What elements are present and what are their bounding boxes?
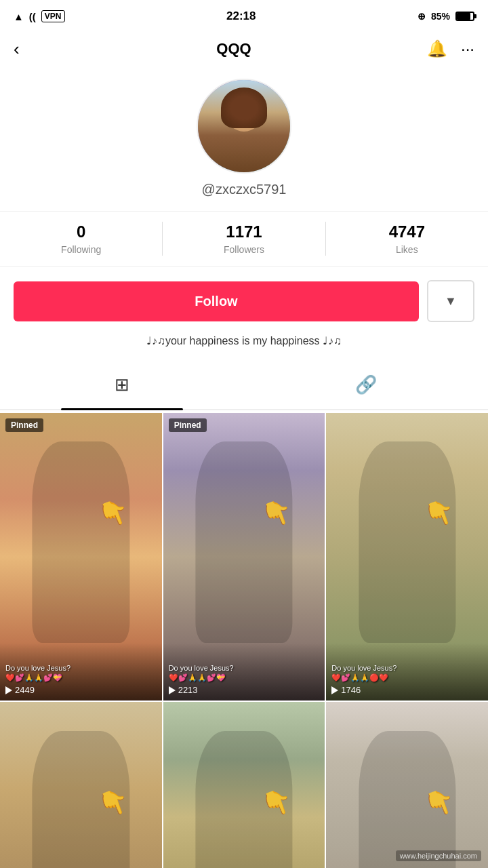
- likes-stat[interactable]: 4747 Likes: [326, 212, 488, 266]
- battery-percent: 85%: [431, 11, 450, 22]
- followers-count: 1171: [226, 222, 262, 241]
- video-caption: Do you love Jesus? ❤️💕🙏🙏💕💝: [169, 663, 320, 683]
- tab-videos[interactable]: ⊞: [0, 368, 244, 402]
- video-play-count: 2449: [5, 685, 157, 695]
- play-count-number: 2449: [15, 685, 35, 695]
- video-play-count: 1746: [331, 685, 483, 695]
- bio-section: ♩♪♫your happiness is my happiness ♩♪♫: [0, 334, 488, 347]
- username: @zxczxc5791: [202, 182, 287, 197]
- tabs-section: ⊞ 🔗: [0, 361, 488, 410]
- header: ‹ QQQ 🔔 ···: [0, 30, 488, 68]
- grid-icon: ⊞: [115, 374, 129, 395]
- notification-icon[interactable]: 🔔: [427, 39, 447, 58]
- video-item-6[interactable]: 👇Do you love Jesus? ❤️💕🙏🙏🔴❤️1929: [326, 702, 488, 868]
- video-overlay: Do you love Jesus? ❤️💕🙏🙏💕💝2449: [0, 643, 162, 701]
- chevron-down-icon: ▼: [445, 294, 457, 309]
- follow-section: Follow ▼: [0, 280, 488, 322]
- play-icon: [5, 686, 12, 694]
- video-thumbnail: [326, 702, 488, 868]
- gps-icon: ⊕: [418, 11, 426, 22]
- stats-row: 0 Following 1171 Followers 4747 Likes: [0, 211, 488, 267]
- header-actions: 🔔 ···: [427, 39, 474, 58]
- signal-icon: ((: [29, 11, 36, 22]
- pinned-badge: Pinned: [169, 418, 207, 432]
- page-title: QQQ: [216, 40, 251, 58]
- video-caption: Do you love Jesus? ❤️💕🙏🙏🔴❤️: [331, 663, 483, 683]
- play-count-number: 2213: [178, 685, 198, 695]
- likes-count: 4747: [389, 222, 425, 241]
- followers-stat[interactable]: 1171 Followers: [163, 212, 325, 266]
- followers-label: Followers: [224, 244, 264, 255]
- bio-text: ♩♪♫your happiness is my happiness ♩♪♫: [146, 335, 342, 347]
- play-icon: [331, 686, 338, 694]
- video-grid: Pinned👇Do you love Jesus? ❤️💕🙏🙏💕💝2449Pin…: [0, 413, 488, 868]
- pinned-badge: Pinned: [5, 418, 43, 432]
- more-options-icon[interactable]: ···: [461, 39, 474, 58]
- following-stat[interactable]: 0 Following: [0, 212, 162, 266]
- liked-icon: 🔗: [355, 374, 377, 395]
- status-time: 22:18: [226, 9, 256, 23]
- follow-button[interactable]: Follow: [14, 281, 419, 321]
- status-bar: ▲ (( VPN 22:18 ⊕ 85%: [0, 0, 488, 30]
- play-icon: [169, 686, 176, 694]
- video-item-1[interactable]: Pinned👇Do you love Jesus? ❤️💕🙏🙏💕💝2449: [0, 413, 162, 701]
- video-overlay: Do you love Jesus? ❤️💕🙏🙏🔴❤️1746: [326, 643, 488, 701]
- battery-icon: [455, 12, 474, 21]
- video-item-2[interactable]: Pinned👇Do you love Jesus? ❤️💕🙏🙏💕💝2213: [163, 413, 325, 701]
- follow-dropdown-button[interactable]: ▼: [427, 280, 474, 322]
- video-item-4[interactable]: 👇Do you love Jesus? ❤️💕🙏🙏🔴❤️1271: [0, 702, 162, 868]
- video-caption: Do you love Jesus? ❤️💕🙏🙏💕💝: [5, 663, 157, 683]
- video-play-count: 2213: [169, 685, 320, 695]
- video-thumbnail: [163, 702, 325, 868]
- play-count-number: 1746: [341, 685, 361, 695]
- avatar: [197, 79, 291, 174]
- back-button[interactable]: ‹: [14, 39, 41, 60]
- wifi-icon: ▲: [14, 11, 24, 22]
- video-item-5[interactable]: 👇Do you love Jesus? ❤️💕🙏🙏🔴❤️1071: [163, 702, 325, 868]
- status-right: ⊕ 85%: [418, 11, 474, 22]
- status-left: ▲ (( VPN: [14, 10, 65, 22]
- following-label: Following: [61, 244, 101, 255]
- vpn-badge: VPN: [41, 10, 65, 22]
- following-count: 0: [77, 222, 85, 241]
- video-thumbnail: [0, 702, 162, 868]
- video-item-3[interactable]: 👇Do you love Jesus? ❤️💕🙏🙏🔴❤️1746: [326, 413, 488, 701]
- profile-section: @zxczxc5791: [0, 68, 488, 197]
- tab-liked[interactable]: 🔗: [244, 368, 488, 402]
- likes-label: Likes: [396, 244, 418, 255]
- video-overlay: Do you love Jesus? ❤️💕🙏🙏💕💝2213: [163, 643, 325, 701]
